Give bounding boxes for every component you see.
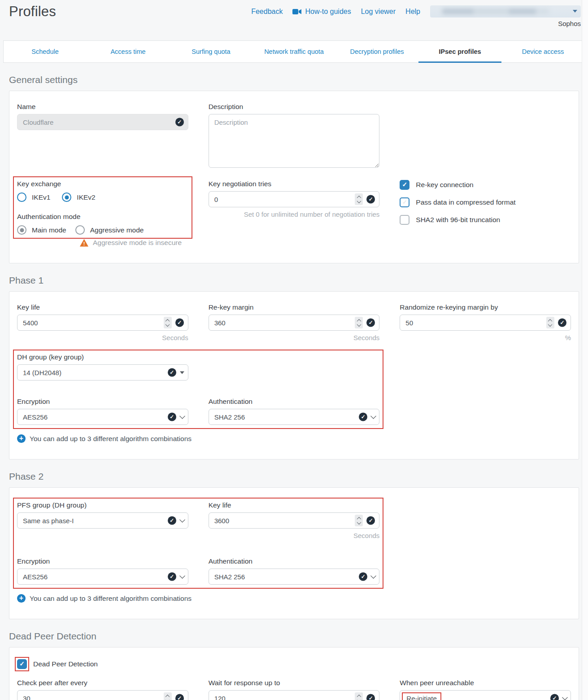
pfs-group-select[interactable]: Same as phase-I — [17, 512, 188, 529]
when-unreachable-select[interactable]: Re-initiate — [400, 690, 571, 700]
compressed-format-option[interactable]: Pass data in compressed format — [400, 197, 571, 207]
appliance-selector[interactable] — [430, 5, 581, 18]
scrollbar-track[interactable] — [582, 0, 588, 700]
valid-check-icon — [168, 413, 176, 421]
radio-ikev1[interactable]: IKEv1 — [17, 192, 50, 202]
dpd-enable-label: Dead Peer Detection — [33, 660, 98, 668]
phase1-algorithms-group: DH group (key group) 14 (DH2048) Encrypt… — [17, 353, 379, 425]
number-stepper[interactable] — [355, 193, 363, 205]
number-stepper[interactable] — [355, 515, 363, 526]
checkbox-checked-icon[interactable] — [400, 180, 409, 190]
valid-check-icon — [175, 319, 184, 327]
number-stepper[interactable] — [164, 317, 172, 328]
phase1-add-combination[interactable]: You can add up to 3 different algorithm … — [17, 434, 571, 443]
key-exchange-label: Key exchange — [17, 180, 188, 188]
phase2-authentication-select[interactable]: SHA2 256 — [209, 569, 380, 585]
radio-ikev2-label: IKEv2 — [77, 193, 95, 201]
phase1-rekey-margin-value[interactable] — [214, 319, 350, 327]
tab-access-time[interactable]: Access time — [87, 41, 170, 62]
phase1-authentication-select[interactable]: SHA2 256 — [209, 409, 380, 425]
howto-guides-label: How-to guides — [305, 8, 351, 16]
phase1-key-life-label: Key life — [17, 303, 188, 311]
phase2-encryption-select[interactable]: AES256 — [17, 569, 188, 585]
tab-surfing-quota[interactable]: Surfing quota — [170, 41, 253, 62]
phase2-add-combination[interactable]: You can add up to 3 different algorithm … — [17, 594, 571, 603]
phase2-hint-text: You can add up to 3 different algorithm … — [30, 595, 192, 603]
number-stepper[interactable] — [355, 692, 363, 700]
phase1-key-life-value[interactable] — [23, 319, 158, 327]
phase1-rekey-margin-unit: Seconds — [209, 334, 380, 341]
dh-group-select[interactable]: 14 (DH2048) — [17, 364, 188, 381]
check-peer-input[interactable] — [17, 690, 188, 700]
key-negotiation-value[interactable] — [214, 196, 350, 203]
check-peer-label: Check peer after every — [17, 679, 188, 687]
wait-response-value[interactable] — [214, 695, 350, 700]
phase1-rekey-margin-input[interactable] — [209, 315, 380, 331]
pfs-group-label: PFS group (DH group) — [17, 501, 188, 509]
log-viewer-link[interactable]: Log viewer — [361, 8, 396, 16]
plus-circle-icon[interactable] — [17, 434, 26, 443]
number-stepper[interactable] — [355, 317, 363, 328]
phase1-encryption-select[interactable]: AES256 — [17, 409, 188, 425]
dh-group-field: DH group (key group) 14 (DH2048) — [17, 353, 188, 381]
phase1-key-life-group: Key life Seconds — [17, 303, 188, 341]
description-textarea[interactable] — [209, 114, 380, 168]
radio-aggressive-mode-label: Aggressive mode — [90, 226, 144, 234]
name-label: Name — [17, 103, 188, 111]
phase2-key-life-value[interactable] — [214, 517, 350, 525]
phase1-randomize-unit: % — [400, 334, 571, 341]
number-stepper[interactable] — [164, 692, 172, 700]
phase1-randomize-input[interactable] — [400, 315, 571, 331]
checkbox-unchecked-icon[interactable] — [400, 197, 409, 207]
tab-network-traffic-quota[interactable]: Network traffic quota — [253, 41, 335, 62]
wait-response-input[interactable] — [209, 690, 380, 700]
phase2-key-life-input[interactable] — [209, 512, 380, 529]
tab-ipsec-profiles[interactable]: IPsec profiles — [418, 41, 501, 62]
phase1-randomize-group: Randomize re-keying margin by % — [400, 303, 571, 341]
plus-circle-icon[interactable] — [17, 594, 26, 603]
phase1-key-life-input[interactable] — [17, 315, 188, 331]
general-settings-card: Name Description Key exchange IKEv1 — [9, 91, 579, 263]
check-peer-value[interactable] — [23, 695, 158, 700]
phase1-card: Key life Seconds Re-key margin Seconds R… — [9, 291, 579, 459]
phase2-authentication-value: SHA2 256 — [214, 573, 245, 581]
dh-group-label: DH group (key group) — [17, 353, 188, 361]
pfs-group-field: PFS group (DH group) Same as phase-I — [17, 501, 188, 529]
valid-check-icon — [175, 694, 184, 700]
dpd-enable-option[interactable]: Dead Peer Detection — [17, 659, 571, 669]
log-viewer-label: Log viewer — [361, 8, 396, 16]
number-stepper[interactable] — [546, 317, 554, 328]
radio-main-mode: Main mode — [17, 225, 66, 235]
chevron-down-icon — [179, 573, 185, 579]
radio-icon[interactable] — [17, 192, 26, 202]
valid-check-icon — [175, 118, 184, 127]
valid-check-icon — [550, 694, 559, 700]
tab-decryption-profiles[interactable]: Decryption profiles — [335, 41, 418, 62]
feedback-label: Feedback — [251, 8, 283, 16]
caret-down-icon — [180, 372, 184, 374]
rekey-connection-label: Re-key connection — [416, 181, 473, 189]
tab-device-access[interactable]: Device access — [501, 41, 584, 62]
phase1-authentication-field: Authentication SHA2 256 — [209, 398, 380, 425]
rekey-connection-option[interactable]: Re-key connection — [400, 180, 571, 190]
tab-schedule[interactable]: Schedule — [4, 41, 87, 62]
key-negotiation-input[interactable] — [209, 191, 380, 207]
when-unreachable-value: Re-initiate — [402, 692, 441, 700]
radio-ikev2[interactable]: IKEv2 — [62, 192, 95, 202]
connection-options-group: Re-key connection Pass data in compresse… — [400, 180, 571, 232]
feedback-link[interactable]: Feedback — [251, 8, 283, 16]
howto-guides-link[interactable]: How-to guides — [292, 8, 351, 16]
name-input — [17, 114, 188, 130]
phase1-encryption-label: Encryption — [17, 398, 188, 406]
phase1-randomize-label: Randomize re-keying margin by — [400, 303, 571, 311]
valid-check-icon — [168, 516, 176, 525]
dpd-heading: Dead Peer Detection — [9, 631, 588, 642]
description-label: Description — [209, 103, 380, 111]
radio-aggressive-mode: Aggressive mode — [75, 225, 144, 235]
phase1-randomize-value[interactable] — [405, 319, 541, 327]
help-link[interactable]: Help — [405, 8, 420, 16]
chevron-down-icon — [370, 573, 376, 579]
brand-label: Sophos — [558, 20, 581, 27]
warning-triangle-icon — [80, 239, 88, 247]
radio-icon[interactable] — [62, 192, 71, 202]
